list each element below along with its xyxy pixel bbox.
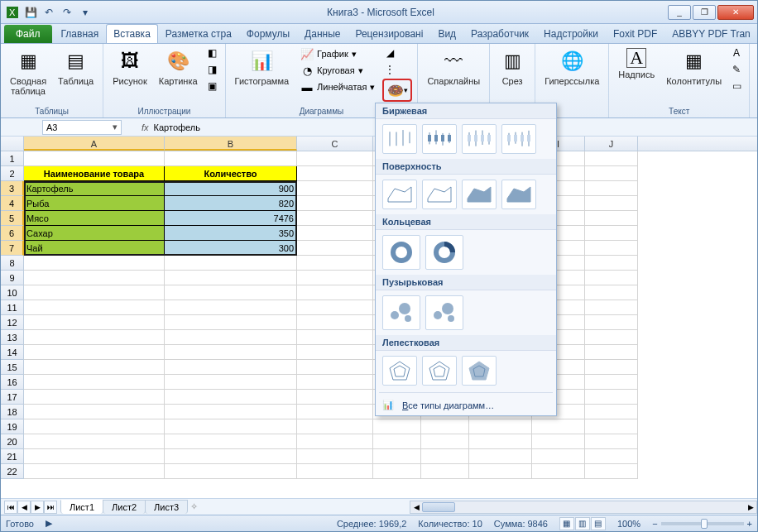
cell-B10[interactable] (165, 285, 297, 300)
row-header-8[interactable]: 8 (1, 256, 24, 271)
cell-C17[interactable] (297, 390, 373, 405)
cell-C5[interactable] (297, 211, 373, 226)
cell-A19[interactable] (24, 419, 165, 434)
slicer-button[interactable]: ▥Срез (495, 46, 530, 89)
cell-J20[interactable] (585, 434, 638, 449)
cell-A10[interactable] (24, 285, 165, 300)
tab-разработчик[interactable]: Разработчик (463, 24, 536, 43)
cell-B4[interactable]: 820 (165, 196, 297, 211)
cell-J10[interactable] (585, 285, 638, 300)
save-button[interactable]: 💾 (22, 4, 39, 21)
column-header-A[interactable]: A (24, 137, 165, 151)
sheet-tab-Лист3[interactable]: Лист3 (145, 500, 188, 514)
tab-abbyy-pdf-tran[interactable]: ABBYY PDF Tran (664, 24, 757, 43)
tab-данные[interactable]: Данные (297, 24, 348, 43)
file-tab[interactable]: Файл (4, 25, 52, 43)
row-header-1[interactable]: 1 (1, 151, 24, 166)
column-header-C[interactable]: C (297, 137, 373, 151)
cell-E22[interactable] (421, 464, 469, 479)
row-header-16[interactable]: 16 (1, 375, 24, 390)
row-header-18[interactable]: 18 (1, 405, 24, 419)
cell-A9[interactable] (24, 271, 165, 285)
select-all-corner[interactable] (1, 137, 24, 151)
sheet-nav-prev[interactable]: ◀ (17, 501, 31, 514)
chart-option-bubble-0[interactable] (382, 295, 420, 330)
chart-option-radar-0[interactable] (382, 356, 417, 386)
zoom-in[interactable]: + (747, 519, 752, 529)
cell-C9[interactable] (297, 271, 373, 285)
cell-E21[interactable] (421, 449, 469, 464)
chart-option-doughnut-0[interactable] (382, 235, 420, 270)
cell-A22[interactable] (24, 464, 165, 479)
cell-J18[interactable] (585, 405, 638, 419)
redo-button[interactable]: ↷ (59, 4, 75, 21)
row-header-13[interactable]: 13 (1, 330, 24, 345)
cell-A12[interactable] (24, 315, 165, 330)
chart-option-stock-3[interactable] (501, 124, 536, 154)
tab-надстройки[interactable]: Надстройки (536, 24, 606, 43)
hscroll-thumb[interactable] (422, 502, 455, 512)
cell-C18[interactable] (297, 405, 373, 419)
cell-I21[interactable] (532, 449, 585, 464)
row-header-12[interactable]: 12 (1, 315, 24, 330)
cell-J12[interactable] (585, 315, 638, 330)
cell-I22[interactable] (532, 464, 585, 479)
cell-J16[interactable] (585, 375, 638, 390)
picture-button[interactable]: 🖼Рисунок (108, 46, 151, 89)
cell-A21[interactable] (24, 449, 165, 464)
cell-C4[interactable] (297, 196, 373, 211)
cell-A3[interactable]: Картофель (24, 181, 165, 196)
chart-option-radar-2[interactable] (462, 356, 497, 386)
cell-A18[interactable] (24, 405, 165, 419)
symbols-button[interactable]: ΩСимволы (755, 46, 758, 89)
horizontal-scrollbar[interactable]: ◀ ▶ (410, 501, 757, 514)
cell-J15[interactable] (585, 360, 638, 375)
cell-B16[interactable] (165, 375, 297, 390)
column-header-J[interactable]: J (585, 137, 638, 151)
undo-button[interactable]: ↶ (41, 4, 57, 21)
cell-H20[interactable] (469, 434, 532, 449)
column-header-B[interactable]: B (165, 137, 297, 151)
cell-B14[interactable] (165, 345, 297, 360)
chart-option-bubble-1[interactable] (425, 295, 463, 330)
sheet-tab-Лист2[interactable]: Лист2 (103, 500, 146, 514)
cell-D19[interactable] (373, 419, 421, 434)
cell-C1[interactable] (297, 151, 373, 166)
cell-C7[interactable] (297, 241, 373, 256)
row-header-14[interactable]: 14 (1, 345, 24, 360)
cell-C15[interactable] (297, 360, 373, 375)
table-button[interactable]: ▤ Таблица (54, 46, 98, 89)
tab-главная[interactable]: Главная (54, 24, 107, 43)
cell-C14[interactable] (297, 345, 373, 360)
cell-B11[interactable] (165, 300, 297, 315)
macro-record-icon[interactable]: ▶ (46, 518, 52, 529)
cell-D21[interactable] (373, 449, 421, 464)
tab-рецензировані[interactable]: Рецензировані (348, 24, 430, 43)
cell-A7[interactable]: Чай (24, 241, 165, 256)
cell-B2[interactable]: Количество (165, 166, 297, 181)
pie-chart-button[interactable]: ◔Круговая ▾ (296, 62, 379, 79)
cell-B9[interactable] (165, 271, 297, 285)
all-chart-types-button[interactable]: 📊Все типы диаграмм… (376, 395, 556, 415)
cell-J8[interactable] (585, 256, 638, 271)
chart-option-stock-2[interactable] (462, 124, 497, 154)
zoom-value[interactable]: 100% (617, 519, 640, 529)
cell-J2[interactable] (585, 166, 638, 181)
header-footer-button[interactable]: ▦Колонтитулы (662, 46, 726, 89)
cell-B5[interactable]: 7476 (165, 211, 297, 226)
name-box[interactable]: A3▾ (42, 120, 122, 135)
cell-B1[interactable] (165, 151, 297, 166)
cell-A20[interactable] (24, 434, 165, 449)
cell-E19[interactable] (421, 419, 469, 434)
signature-button[interactable]: ✎ (729, 62, 744, 77)
bar-chart-button[interactable]: ▬Линейчатая ▾ (296, 79, 379, 95)
cell-C12[interactable] (297, 315, 373, 330)
object-button[interactable]: ▭ (729, 79, 744, 93)
cell-A13[interactable] (24, 330, 165, 345)
cell-A17[interactable] (24, 390, 165, 405)
row-header-19[interactable]: 19 (1, 419, 24, 434)
pivot-table-button[interactable]: ▦ Сводная таблица (6, 46, 50, 98)
cell-B21[interactable] (165, 449, 297, 464)
area-chart-button[interactable]: ◢ (382, 46, 397, 60)
sheet-nav-last[interactable]: ⏭ (44, 501, 57, 514)
